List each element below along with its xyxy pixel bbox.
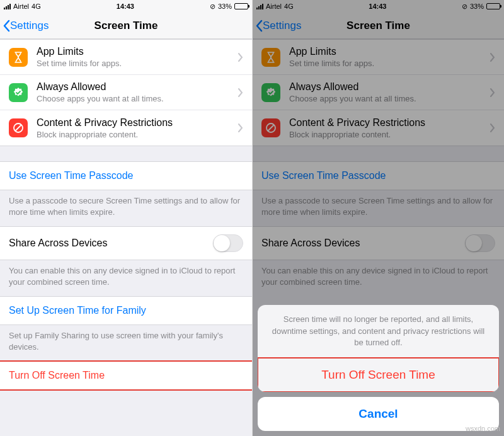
row-title: App Limits	[37, 46, 234, 57]
row-subtitle: Choose apps you want at all times.	[37, 94, 234, 103]
back-button[interactable]: Settings	[3, 20, 49, 32]
signal-icon	[4, 4, 11, 9]
battery-icon	[234, 3, 248, 9]
row-subtitle: Set time limits for apps.	[37, 59, 234, 68]
page-title: Screen Time	[94, 20, 158, 32]
row-share-across-devices[interactable]: Share Across Devices	[0, 227, 252, 260]
carrier-label: Airtel	[13, 3, 29, 10]
footer-share: You can enable this on any device signed…	[0, 260, 252, 296]
rotation-lock-icon: ⊘	[210, 3, 215, 11]
row-use-passcode[interactable]: Use Screen Time Passcode	[0, 162, 252, 190]
network-label: 4G	[32, 3, 41, 10]
nav-header: Settings Screen Time	[0, 13, 252, 39]
row-content-privacy[interactable]: Content & Privacy Restrictions Block ina…	[0, 110, 252, 146]
check-badge-icon	[9, 83, 28, 102]
link-label: Turn Off Screen Time	[9, 370, 105, 381]
battery-pct: 33%	[218, 3, 232, 10]
row-title: Share Across Devices	[9, 238, 108, 249]
link-label: Use Screen Time Passcode	[9, 170, 133, 181]
footer-passcode: Use a passcode to secure Screen Time set…	[0, 190, 252, 226]
back-label: Settings	[10, 20, 49, 32]
watermark: wsxdn.com	[466, 425, 500, 432]
action-sheet: Screen time will no longer be reported, …	[258, 305, 499, 431]
row-always-allowed[interactable]: Always Allowed Choose apps you want at a…	[0, 75, 252, 110]
hourglass-icon	[9, 48, 28, 67]
phone-left: Airtel 4G 14:43 ⊘ 33% Settings Screen Ti…	[0, 0, 252, 436]
status-bar: Airtel 4G 14:43 ⊘ 33%	[0, 0, 252, 13]
row-subtitle: Block inappropriate content.	[37, 130, 234, 139]
chevron-right-icon	[238, 53, 243, 62]
row-app-limits[interactable]: App Limits Set time limits for apps.	[0, 40, 252, 75]
row-title: Always Allowed	[37, 81, 234, 93]
chevron-right-icon	[238, 88, 243, 97]
no-entry-icon	[9, 118, 28, 137]
svg-line-1	[16, 125, 21, 131]
link-label: Set Up Screen Time for Family	[9, 305, 146, 316]
clock: 14:43	[117, 3, 134, 10]
phone-right: Airtel 4G 14:43 ⊘ 33% Settings Screen Ti…	[252, 0, 504, 436]
sheet-turn-off-button[interactable]: Turn Off Screen Time	[258, 358, 499, 392]
row-setup-family[interactable]: Set Up Screen Time for Family	[0, 297, 252, 324]
chevron-left-icon	[3, 20, 10, 32]
sheet-message: Screen time will no longer be reported, …	[258, 305, 499, 358]
chevron-right-icon	[238, 123, 243, 132]
sheet-cancel-button[interactable]: Cancel	[258, 397, 499, 431]
row-turn-off-screen-time[interactable]: Turn Off Screen Time	[0, 362, 252, 389]
row-title: Content & Privacy Restrictions	[37, 117, 234, 129]
share-toggle[interactable]	[213, 234, 243, 252]
footer-family: Set up Family Sharing to use screen time…	[0, 325, 252, 361]
